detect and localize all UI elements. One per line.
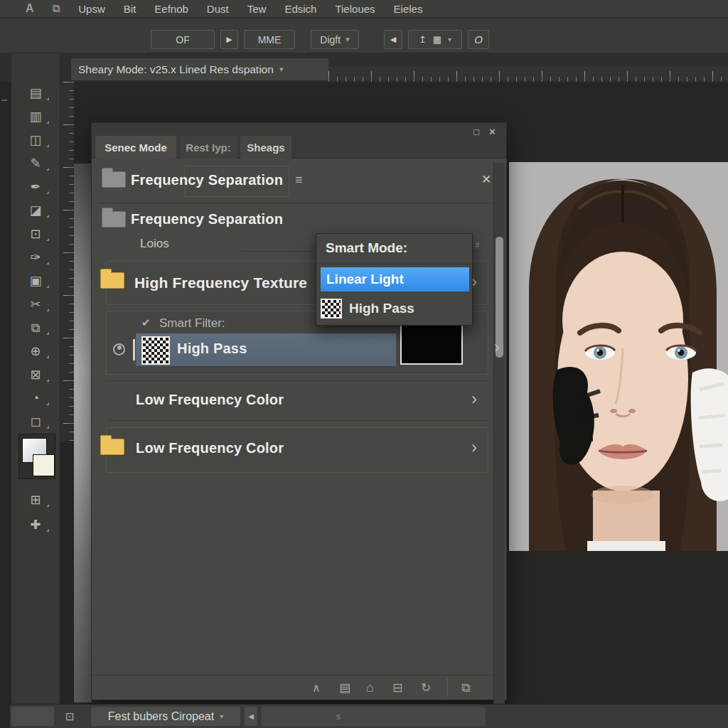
fill-tool[interactable]: ▣ bbox=[18, 272, 53, 290]
close-icon[interactable]: ✕ bbox=[481, 172, 491, 187]
cut-tool[interactable]: ✂ bbox=[18, 295, 53, 314]
cut-tool-icon: ✂ bbox=[30, 296, 41, 312]
artboard-tool[interactable]: ◫ bbox=[18, 131, 53, 149]
tab-label: Senec Mode bbox=[105, 141, 167, 154]
chevron-right-icon[interactable]: › bbox=[494, 338, 500, 355]
workspace-icon[interactable]: ⧉ bbox=[53, 2, 60, 15]
mode-dropdown-value: Digft bbox=[320, 34, 341, 46]
left-edge-strip bbox=[0, 0, 12, 728]
pen-add-tool[interactable]: ✎ bbox=[18, 154, 53, 173]
export-group-button[interactable]: ↥ ▦ ▾ bbox=[408, 30, 462, 49]
option-high-pass[interactable]: High Pass bbox=[321, 294, 469, 323]
chevron-right-icon[interactable]: › bbox=[471, 390, 477, 407]
preset-dropdown[interactable]: Fest bubers Ciropeat ▾ bbox=[91, 707, 240, 726]
preset-label: Fest bubers Ciropeat bbox=[108, 710, 214, 723]
menu-item[interactable]: Upsw bbox=[78, 3, 105, 15]
app-logo: A bbox=[26, 2, 34, 15]
menu-item[interactable]: Dust bbox=[207, 3, 229, 15]
portrait-photo bbox=[509, 162, 728, 551]
hand-tool-icon: ⊕ bbox=[30, 343, 41, 359]
cascade-windows-icon[interactable]: ⧉ bbox=[461, 681, 470, 695]
tab-label: Sheags bbox=[247, 141, 284, 154]
dialog-header: □ ✕ Senec Mode Rest Iyp: Sheags bbox=[92, 123, 506, 159]
edge-tick bbox=[1, 100, 7, 101]
menu-item[interactable]: Bit bbox=[124, 3, 136, 15]
frame-tool[interactable]: ⊠ bbox=[18, 365, 53, 384]
pen-add-tool-icon: ✎ bbox=[30, 156, 41, 171]
of-button[interactable]: OF bbox=[151, 30, 215, 49]
tab-rest-iyp[interactable]: Rest Iyp: bbox=[180, 136, 237, 159]
clone-tool-icon: ◔ bbox=[32, 391, 40, 406]
chevron-down-icon: ▾ bbox=[448, 36, 451, 43]
home-icon[interactable]: ⌂ bbox=[366, 680, 374, 695]
duplicate-tool[interactable]: ⧉ bbox=[18, 318, 53, 337]
hand-tool[interactable]: ⊕ bbox=[18, 342, 53, 360]
mme-button[interactable]: MME bbox=[244, 30, 295, 49]
high-pass-filter-row[interactable] bbox=[136, 333, 396, 366]
shape-tool-icon: ◻ bbox=[31, 414, 41, 429]
mme-button-label: MME bbox=[258, 34, 282, 46]
status-back-button[interactable]: ◀ bbox=[245, 707, 257, 726]
back-button[interactable]: ◀ bbox=[384, 30, 402, 49]
dialog-footer: ∧ ▤ ⌂ ⊟ ↻ ⧉ bbox=[92, 675, 506, 700]
selection-tool-icon: ⊡ bbox=[30, 226, 41, 242]
back-icon: ◀ bbox=[248, 712, 254, 720]
option-linear-light[interactable]: Linear Light bbox=[321, 267, 469, 291]
fill-tool-icon: ▣ bbox=[29, 273, 41, 289]
gradient-tool[interactable]: ◪ bbox=[18, 201, 53, 220]
dropdown-label: Smart Mode: bbox=[326, 240, 407, 256]
chevron-right-icon[interactable]: › bbox=[471, 439, 477, 456]
menu-icon[interactable]: ≡ bbox=[295, 173, 303, 188]
smart-filter-label: Smart Filter: bbox=[159, 316, 225, 331]
field-mark: s bbox=[336, 712, 341, 722]
redo-icon[interactable]: ↻ bbox=[421, 680, 431, 695]
image-tool[interactable]: ⊞ bbox=[18, 491, 53, 509]
tab-sheags[interactable]: Sheags bbox=[240, 136, 291, 159]
adjustments-tool[interactable]: ▥ bbox=[18, 107, 53, 126]
option-label: High Pass bbox=[349, 301, 414, 316]
pen-remove-tool[interactable]: ✒ bbox=[18, 178, 53, 196]
play-icon: ▶ bbox=[226, 35, 232, 44]
save-icon[interactable]: ▤ bbox=[339, 680, 350, 695]
document-tool[interactable]: ▤ bbox=[18, 84, 53, 102]
of-button-label: OF bbox=[176, 34, 189, 46]
artboard-tool-icon: ◫ bbox=[29, 132, 41, 148]
filter-mask-swatch[interactable] bbox=[400, 324, 463, 365]
check-icon: ✔ bbox=[141, 316, 151, 329]
snap-tool[interactable]: ✚ bbox=[18, 515, 53, 534]
document-tab[interactable]: Sheary Mode: v25.x Lined Res dspation ▾ bbox=[71, 58, 328, 80]
chevron-down-icon: ▾ bbox=[220, 712, 223, 720]
refresh-button[interactable]: O bbox=[468, 30, 489, 49]
menu-item[interactable]: Tieloues bbox=[335, 3, 375, 15]
menu-bar: A ⧉ Upsw Bit Eefnob Dust Tew Edsich Tiel… bbox=[0, 0, 728, 18]
folder-icon[interactable]: ⊟ bbox=[392, 680, 402, 695]
shape-tool[interactable]: ◻ bbox=[18, 412, 53, 431]
menu-item[interactable]: Eieles bbox=[394, 3, 423, 15]
collapse-icon[interactable]: ∧ bbox=[312, 681, 321, 695]
back-icon: ◀ bbox=[390, 35, 396, 44]
menu-item[interactable]: Edsich bbox=[284, 3, 316, 15]
folder-icon bbox=[102, 171, 126, 188]
brush-tool[interactable]: ✑ bbox=[18, 248, 53, 267]
status-empty-box bbox=[11, 707, 54, 726]
menu-item[interactable]: Eefnob bbox=[154, 3, 188, 15]
maximize-icon[interactable]: □ bbox=[473, 127, 479, 137]
tab-senec-mode[interactable]: Senec Mode bbox=[95, 136, 176, 159]
status-field[interactable]: s bbox=[262, 707, 486, 726]
clone-tool[interactable]: ◔ bbox=[18, 389, 53, 407]
grip-mark: # bbox=[475, 240, 480, 250]
tab-label: Rest Iyp: bbox=[186, 141, 230, 154]
play-button[interactable]: ▶ bbox=[220, 30, 238, 49]
background-color-swatch[interactable] bbox=[33, 454, 55, 476]
visibility-eye-icon[interactable] bbox=[113, 343, 125, 355]
high-pass-thumbnail-icon[interactable] bbox=[141, 336, 170, 365]
document-tool-icon: ▤ bbox=[29, 85, 41, 101]
high-pass-option-icon bbox=[321, 299, 342, 318]
dialog-scrollbar[interactable] bbox=[493, 163, 505, 728]
color-swatches bbox=[18, 434, 55, 479]
selection-tool[interactable]: ⊡ bbox=[18, 225, 53, 243]
menu-item[interactable]: Tew bbox=[247, 3, 267, 15]
document-icon[interactable]: ⊡ bbox=[65, 710, 75, 723]
close-icon[interactable]: ✕ bbox=[488, 127, 496, 137]
mode-dropdown[interactable]: Digft ▾ bbox=[311, 30, 359, 49]
